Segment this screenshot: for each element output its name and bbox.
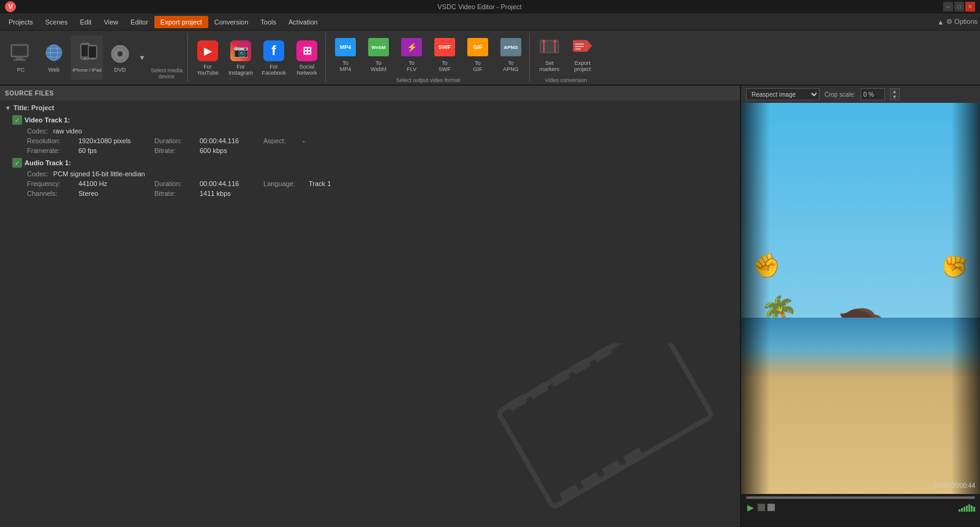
channels-value: Stereo bbox=[78, 190, 152, 197]
menubar: Projects Scenes Edit View Editor Export … bbox=[0, 13, 980, 31]
language-label: Language: bbox=[263, 180, 306, 187]
svg-rect-35 bbox=[581, 472, 601, 489]
svg-rect-28 bbox=[498, 343, 712, 507]
options-area: ▲ ⚙ Options bbox=[937, 18, 978, 26]
apng-icon: APNG bbox=[499, 35, 523, 59]
youtube-icon: ▶ bbox=[195, 39, 220, 63]
minimize-button[interactable]: ─ bbox=[943, 2, 953, 12]
export-project-icon bbox=[570, 35, 595, 59]
dvd-label: DVD bbox=[114, 67, 126, 73]
crop-scale-spinner[interactable]: ▲ ▼ bbox=[890, 88, 900, 100]
audio-track-header: ✓ Audio Track 1: bbox=[12, 157, 737, 169]
menu-projects[interactable]: Projects bbox=[2, 16, 39, 28]
toolbar-format-group: MP4 ToMP4 WebM ToWebM ⚡ ToFLV bbox=[327, 33, 530, 82]
svg-marker-24 bbox=[587, 40, 592, 51]
svg-rect-2 bbox=[13, 59, 26, 61]
device-dropdown[interactable]: ▼ bbox=[137, 36, 147, 80]
video-track-header: ✓ Video Track 1: bbox=[12, 114, 737, 126]
vol-bar-6 bbox=[971, 506, 973, 512]
codec-label-a: Codec: bbox=[27, 170, 48, 178]
social-network-button[interactable]: ⊞ SocialNetwork bbox=[291, 36, 323, 80]
menu-edit[interactable]: Edit bbox=[74, 16, 97, 28]
window-title: VSDC Video Editor - Project bbox=[16, 3, 943, 10]
video-track-check[interactable]: ✓ bbox=[12, 115, 22, 125]
playback-controls: ▶ bbox=[746, 501, 975, 514]
svg-rect-29 bbox=[507, 394, 527, 411]
reaspect-select[interactable]: Reaspect image Do not reaspect Crop to f… bbox=[746, 88, 820, 100]
set-markers-button[interactable]: Setmarkers bbox=[533, 32, 565, 76]
crop-scale-label: Crop scale: bbox=[824, 91, 856, 98]
app-logo: V bbox=[5, 1, 16, 12]
flv-button[interactable]: ⚡ ToFLV bbox=[396, 32, 428, 76]
tree-expand-arrow[interactable]: ▼ bbox=[5, 105, 11, 111]
menu-activation[interactable]: Activation bbox=[282, 16, 324, 28]
youtube-button[interactable]: ▶ ForYouTube bbox=[192, 36, 224, 80]
dvd-button[interactable]: DVD bbox=[104, 36, 136, 80]
marker-button[interactable] bbox=[767, 504, 775, 511]
channels-label: Channels: bbox=[27, 190, 76, 197]
web-button[interactable]: Web bbox=[38, 36, 70, 80]
aspect-value-v: - bbox=[303, 137, 305, 144]
iphone-icon bbox=[75, 42, 99, 67]
codec-value-a: PCM signed 16-bit little-endian bbox=[53, 170, 145, 178]
bitrate-value-v: 600 kbps bbox=[200, 147, 227, 154]
facebook-button[interactable]: f ForFacebook bbox=[258, 36, 290, 80]
instagram-label: ForInstagram bbox=[228, 64, 253, 77]
iphone-button[interactable]: iPhone / iPad bbox=[71, 36, 103, 80]
instagram-button[interactable]: 📷 ForInstagram bbox=[225, 36, 257, 80]
audio-track-check[interactable]: ✓ bbox=[12, 158, 22, 168]
apng-button[interactable]: APNG ToAPNG bbox=[495, 32, 527, 76]
social-network-icon: ⊞ bbox=[295, 39, 319, 63]
svg-rect-31 bbox=[549, 370, 570, 387]
vol-bar-3 bbox=[963, 507, 965, 512]
right-vignette bbox=[951, 103, 980, 494]
project-tree-item: ▼ Title: Project bbox=[2, 103, 737, 113]
toolbar-export-group: Setmarkers Exportproject Vi bbox=[531, 33, 601, 82]
play-button[interactable]: ▶ bbox=[746, 501, 755, 514]
stop-button[interactable] bbox=[758, 504, 765, 511]
gif-button[interactable]: GIF ToGIF bbox=[462, 32, 494, 76]
toolbar-device-group: PC Web bbox=[2, 33, 188, 82]
export-group-label: Video conversion bbox=[545, 77, 587, 83]
dvd-icon bbox=[108, 42, 132, 66]
menu-export-project[interactable]: Export project bbox=[154, 16, 208, 28]
bitrate-label-v: Bitrate: bbox=[154, 147, 197, 154]
social-network-label: SocialNetwork bbox=[296, 64, 317, 77]
device-group-label: Select media device bbox=[148, 67, 185, 82]
close-button[interactable]: ✕ bbox=[965, 2, 975, 12]
project-title: Title: Project bbox=[13, 104, 54, 111]
menu-conversion[interactable]: Conversion bbox=[208, 16, 255, 28]
svg-rect-34 bbox=[559, 484, 579, 501]
pc-label: PC bbox=[17, 67, 25, 73]
svg-point-16 bbox=[118, 51, 123, 56]
pc-button[interactable]: PC bbox=[5, 36, 37, 80]
progress-bar[interactable] bbox=[746, 496, 975, 499]
source-content: ▼ Title: Project ✓ Video Track 1: Codec:… bbox=[0, 100, 740, 527]
preview-toolbar: Reaspect image Do not reaspect Crop to f… bbox=[741, 86, 980, 103]
crop-scale-input[interactable] bbox=[861, 88, 885, 100]
svg-rect-1 bbox=[16, 57, 23, 59]
codec-value-v: raw video bbox=[53, 127, 82, 135]
maximize-button[interactable]: □ bbox=[954, 2, 964, 12]
mp4-button[interactable]: MP4 ToMP4 bbox=[330, 32, 361, 76]
menu-editor[interactable]: Editor bbox=[124, 16, 154, 28]
facebook-icon: f bbox=[262, 39, 286, 63]
export-project-button[interactable]: Exportproject bbox=[567, 32, 598, 76]
swf-icon: SWF bbox=[432, 35, 457, 59]
duration-value-a: 00:00:44.116 bbox=[200, 180, 261, 187]
preview-scene: 🌴 🌴 ✊ ✊ 🧒 bbox=[741, 103, 980, 494]
menu-scenes[interactable]: Scenes bbox=[39, 16, 74, 28]
gif-label: ToGIF bbox=[473, 61, 483, 73]
swf-button[interactable]: SWF ToSWF bbox=[429, 32, 461, 76]
main-area: SOURCE FILES ▼ Title: Project ✓ Video Tr… bbox=[0, 86, 980, 527]
vol-bar-7 bbox=[973, 507, 975, 512]
svg-rect-33 bbox=[592, 345, 612, 362]
aspect-label-v: Aspect: bbox=[263, 137, 300, 144]
svg-rect-10 bbox=[81, 45, 89, 56]
menu-view[interactable]: View bbox=[97, 16, 124, 28]
pc-icon bbox=[9, 42, 33, 66]
flv-label: ToFLV bbox=[407, 61, 417, 73]
webm-button[interactable]: WebM ToWebM bbox=[363, 32, 394, 76]
options-label[interactable]: ⚙ Options bbox=[946, 18, 978, 26]
menu-tools[interactable]: Tools bbox=[254, 16, 282, 28]
